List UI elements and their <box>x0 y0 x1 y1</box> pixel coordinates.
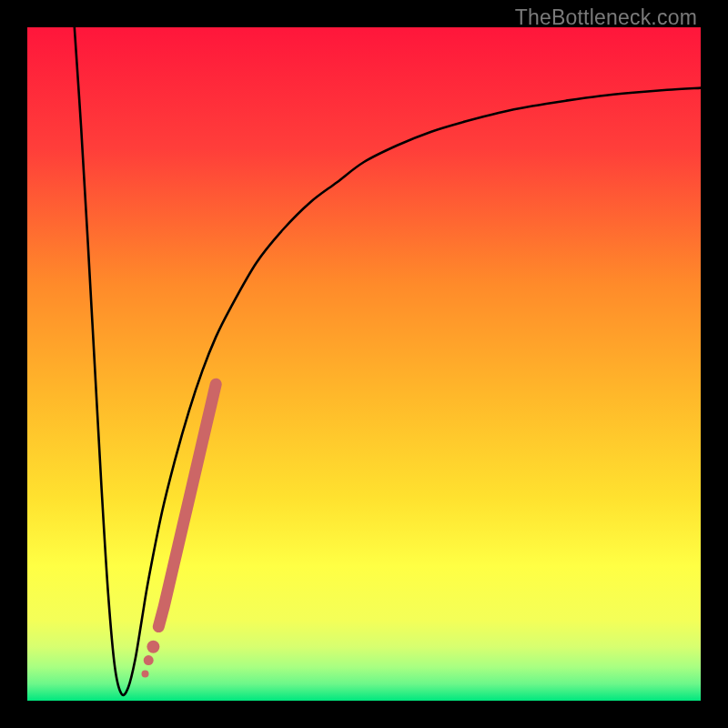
chart-frame: TheBottleneck.com <box>0 0 728 728</box>
plot-area <box>27 27 701 701</box>
background-gradient <box>27 27 701 701</box>
watermark-text: TheBottleneck.com <box>515 5 697 30</box>
svg-rect-0 <box>27 27 701 701</box>
